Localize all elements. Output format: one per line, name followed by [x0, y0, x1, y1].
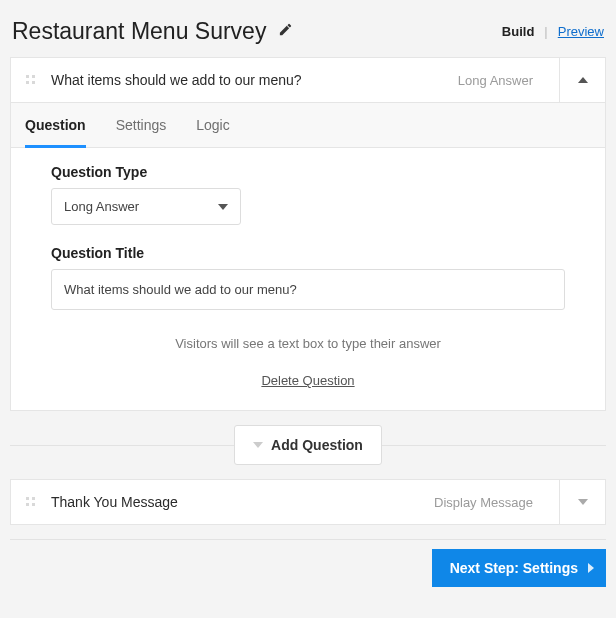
preview-link[interactable]: Preview [558, 24, 604, 39]
collapse-toggle[interactable] [559, 58, 605, 102]
thankyou-panel-title: Thank You Message [51, 494, 178, 510]
svg-rect-2 [26, 81, 29, 84]
next-step-button[interactable]: Next Step: Settings [432, 549, 606, 587]
vertical-divider: | [544, 24, 547, 39]
question-type-value: Long Answer [64, 199, 139, 214]
question-panel-header[interactable]: What items should we add to our menu? Lo… [11, 58, 559, 102]
add-question-label: Add Question [271, 437, 363, 453]
question-type-label: Long Answer [458, 73, 545, 88]
svg-rect-4 [26, 497, 29, 500]
caret-up-icon [578, 77, 588, 83]
delete-question-link[interactable]: Delete Question [51, 373, 565, 388]
add-question-row: Add Question [10, 425, 606, 465]
add-question-button[interactable]: Add Question [234, 425, 382, 465]
svg-rect-6 [26, 503, 29, 506]
thankyou-panel: Thank You Message Display Message [10, 479, 606, 525]
question-panel: What items should we add to our menu? Lo… [10, 57, 606, 411]
question-panel-title: What items should we add to our menu? [51, 72, 302, 88]
question-title-field-label: Question Title [51, 245, 565, 261]
tab-question[interactable]: Question [25, 103, 86, 147]
page-title: Restaurant Menu Survey [12, 18, 266, 45]
build-tab-link[interactable]: Build [502, 24, 535, 39]
editor-tabs: Question Settings Logic [11, 103, 605, 148]
thankyou-panel-header[interactable]: Thank You Message Display Message [11, 480, 559, 524]
drag-handle-icon[interactable] [25, 74, 37, 86]
svg-rect-5 [32, 497, 35, 500]
tab-logic[interactable]: Logic [196, 103, 229, 147]
caret-down-icon [578, 499, 588, 505]
question-hint-text: Visitors will see a text box to type the… [51, 336, 565, 351]
question-type-field-label: Question Type [51, 164, 565, 180]
caret-down-icon [218, 204, 228, 210]
drag-handle-icon[interactable] [25, 496, 37, 508]
chevron-right-icon [588, 563, 594, 573]
svg-rect-0 [26, 75, 29, 78]
next-step-label: Next Step: Settings [450, 560, 578, 576]
thankyou-type-label: Display Message [434, 495, 545, 510]
edit-title-icon[interactable] [278, 22, 293, 41]
svg-rect-1 [32, 75, 35, 78]
svg-rect-3 [32, 81, 35, 84]
expand-toggle[interactable] [559, 480, 605, 524]
svg-rect-7 [32, 503, 35, 506]
question-type-select[interactable]: Long Answer [51, 188, 241, 225]
add-caret-icon [253, 442, 263, 448]
question-title-input[interactable]: What items should we add to our menu? [51, 269, 565, 310]
tab-settings[interactable]: Settings [116, 103, 167, 147]
